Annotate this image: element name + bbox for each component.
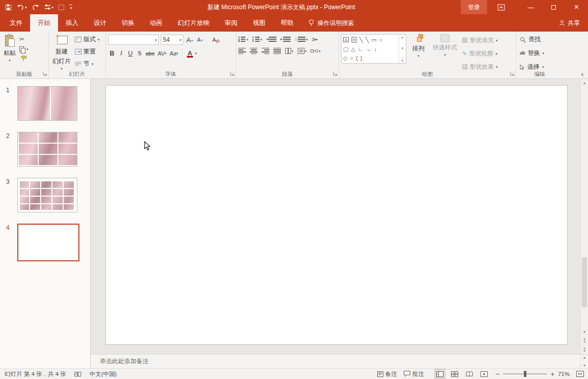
line-arrow-shape-icon[interactable]: ╲ <box>366 37 369 43</box>
font-name-combobox[interactable]: ▾ <box>108 35 159 45</box>
tab-design[interactable]: 设计 <box>86 14 114 32</box>
bullets-button[interactable]: ▾ <box>238 36 248 43</box>
reset-button[interactable]: 重置 <box>73 47 101 57</box>
paste-button[interactable]: 粘贴 ▾ <box>2 33 17 63</box>
zoom-slider-thumb[interactable] <box>524 371 526 377</box>
fit-slide-to-window-button[interactable] <box>576 371 584 377</box>
font-color-caret-icon[interactable]: ▾ <box>195 51 197 55</box>
oval-shape-icon[interactable]: ○ <box>379 37 383 43</box>
rectangle-shape-icon[interactable]: ▭ <box>371 37 376 43</box>
comments-toggle-button[interactable]: 批注 <box>404 370 424 378</box>
columns-button[interactable]: ▾ <box>285 48 294 54</box>
copy-button[interactable]: ▾ <box>19 46 29 52</box>
text-direction-button[interactable]: A▾ <box>312 37 318 42</box>
tab-help[interactable]: 帮助 <box>273 14 301 32</box>
justify-button[interactable] <box>273 47 281 55</box>
normal-view-button[interactable] <box>435 369 445 378</box>
layout-button[interactable]: 版式▾ <box>73 35 101 44</box>
section-button[interactable]: 节▾ <box>73 59 101 69</box>
italic-button[interactable]: I <box>117 48 125 58</box>
zoom-in-button[interactable]: + <box>550 370 554 378</box>
down-arrow-shape-icon[interactable]: ↓ <box>374 46 377 52</box>
right-brace-shape-icon[interactable]: } <box>360 56 362 61</box>
minimize-button[interactable]: — <box>519 0 542 14</box>
scrollbar-track[interactable] <box>581 87 588 328</box>
replace-button[interactable]: ab 替换 ▾ <box>518 48 546 59</box>
notes-toggle-button[interactable]: 备注 <box>377 370 397 378</box>
decrease-indent-button[interactable]: ◂ <box>266 36 276 43</box>
right-arrow-shape-icon[interactable]: → <box>366 46 372 52</box>
drawing-dialog-launcher[interactable] <box>510 70 515 77</box>
paragraph-dialog-launcher[interactable] <box>333 70 338 77</box>
ribbon-display-options-button[interactable] <box>497 4 505 11</box>
line-shape-icon[interactable]: ╲ <box>359 37 363 43</box>
arrange-button[interactable]: 排列 ▾ <box>406 33 431 59</box>
share-button[interactable]: 共享 <box>559 14 580 32</box>
notes-placeholder[interactable]: 单击此处添加备注 <box>100 357 149 366</box>
rounded-rectangle-shape-icon[interactable]: ▢ <box>343 46 348 52</box>
notes-scroll-up-icon[interactable]: ▲ <box>583 356 586 359</box>
zoom-out-button[interactable]: − <box>496 370 500 378</box>
tab-view[interactable]: 视图 <box>245 14 273 32</box>
scroll-up-button[interactable]: ▲ <box>581 79 588 87</box>
align-left-button[interactable] <box>238 47 246 55</box>
underline-button[interactable]: U <box>126 48 134 58</box>
character-spacing-button[interactable]: AV▾ <box>157 48 167 58</box>
circle-shape-icon[interactable]: ○ <box>350 56 353 61</box>
close-button[interactable]: × <box>565 0 588 14</box>
align-text-button[interactable]: ▾ <box>298 48 307 54</box>
triangle-shape-icon[interactable]: △ <box>351 46 355 52</box>
align-center-button[interactable] <box>250 47 258 55</box>
slide-1-thumbnail[interactable] <box>17 86 77 121</box>
zoom-slider[interactable] <box>503 373 547 374</box>
font-size-combobox[interactable]: 54▾ <box>161 35 183 45</box>
textbox-icon[interactable]: A <box>343 37 349 42</box>
slide-3-thumbnail[interactable] <box>17 178 77 212</box>
tab-review[interactable]: 审阅 <box>217 14 245 32</box>
next-slide-button[interactable]: ∨∨ <box>581 345 588 354</box>
slide-4-thumbnail[interactable] <box>17 224 79 261</box>
tab-home[interactable]: 开始 <box>30 14 58 32</box>
quick-styles-button[interactable]: 快速样式 ▾ <box>431 33 459 58</box>
line-spacing-button[interactable]: ↕▾ <box>295 36 308 43</box>
tab-file[interactable]: 文件 <box>2 14 30 32</box>
vertical-textbox-icon[interactable]: A <box>352 37 357 43</box>
zoom-level[interactable]: 71% <box>558 371 570 377</box>
shape-outline-button[interactable]: ✎ 形状轮廓 ▾ <box>461 48 499 59</box>
tell-me-search[interactable]: 操作说明搜索 <box>309 14 354 32</box>
slide-editing-surface[interactable] <box>105 85 568 345</box>
tab-slideshow[interactable]: 幻灯片放映 <box>170 14 217 32</box>
language-indicator[interactable]: 中文(中国) <box>90 370 117 378</box>
notes-pane[interactable]: 单击此处添加备注 ▲ ▼ <box>91 354 588 368</box>
cut-button[interactable]: ✂ <box>19 36 29 43</box>
sign-in-button[interactable]: 登录 <box>461 0 487 14</box>
scroll-down-button[interactable]: ▼ <box>581 328 588 336</box>
customize-qat-button[interactable]: ▾ <box>69 5 72 10</box>
touch-mouse-mode-button[interactable]: ▾ <box>44 4 54 10</box>
shapes-gallery[interactable]: A A ╲ ╲ ▭ ○ ▢ △ ∟ → ↓ ◇ <box>341 34 406 64</box>
font-color-button[interactable]: A <box>186 48 194 58</box>
slide-2-thumbnail[interactable] <box>17 132 77 167</box>
shape-effects-button[interactable]: 形状效果 ▾ <box>461 62 499 72</box>
numbering-button[interactable]: ▾ <box>253 36 263 43</box>
save-icon[interactable] <box>5 4 12 11</box>
undo-button[interactable]: ▾ <box>17 4 27 10</box>
diamond-shape-icon[interactable]: ◇ <box>343 56 347 61</box>
clipboard-dialog-launcher[interactable] <box>43 70 47 77</box>
clear-formatting-button[interactable]: A <box>211 35 220 45</box>
align-right-button[interactable] <box>262 47 269 55</box>
change-case-button[interactable]: Aa▾ <box>169 48 179 58</box>
decrease-font-size-button[interactable]: A▾ <box>196 35 204 45</box>
slide-sorter-view-button[interactable] <box>450 369 460 378</box>
increase-font-size-button[interactable]: A▴ <box>185 35 194 45</box>
collapse-ribbon-button[interactable]: ∧ <box>580 72 584 77</box>
bold-button[interactable]: B <box>108 48 116 58</box>
tab-insert[interactable]: 插入 <box>58 14 86 32</box>
slideshow-view-button[interactable] <box>479 369 489 378</box>
redo-button[interactable] <box>32 4 39 10</box>
left-brace-shape-icon[interactable]: { <box>356 56 358 61</box>
shapes-scroll-up-icon[interactable]: ▴ <box>402 35 404 39</box>
text-shadow-button[interactable]: S <box>135 48 144 58</box>
spell-check-icon[interactable] <box>74 371 81 377</box>
find-button[interactable]: 查找 <box>518 34 546 45</box>
